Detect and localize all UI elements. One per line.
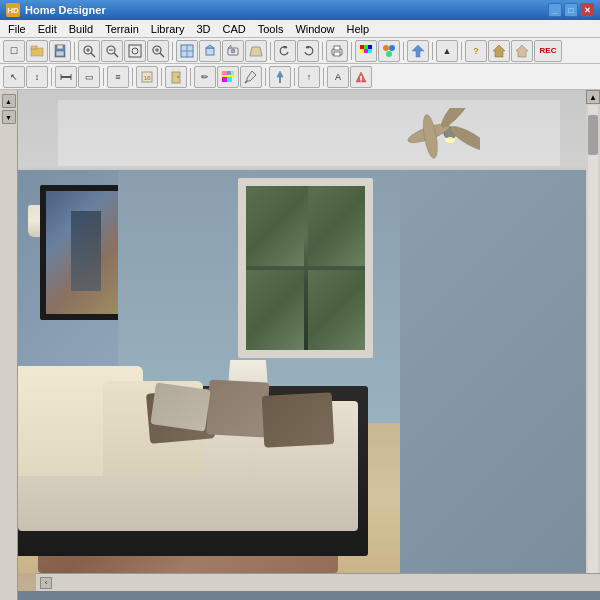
svg-marker-59 (277, 71, 283, 77)
svg-rect-34 (368, 45, 372, 49)
pillow-3 (262, 392, 335, 448)
svg-rect-4 (56, 51, 64, 56)
maximize-button[interactable]: □ (564, 3, 578, 17)
menu-cad[interactable]: CAD (216, 22, 251, 36)
toolbar-2: ↖ ↕ ▭ ≡ 16 ✏ ↑ A (0, 64, 600, 90)
svg-rect-3 (57, 45, 63, 49)
svg-point-39 (389, 45, 395, 51)
svg-rect-53 (231, 71, 234, 75)
svg-marker-41 (412, 45, 424, 57)
minimize-button[interactable]: _ (548, 3, 562, 17)
toolbar2-sep-2 (103, 68, 104, 86)
menu-window[interactable]: Window (289, 22, 340, 36)
camera-view-button[interactable] (222, 40, 244, 62)
menu-terrain[interactable]: Terrain (99, 22, 145, 36)
pointer-tool[interactable]: ↖ (3, 66, 25, 88)
move-tool[interactable]: ↕ (26, 66, 48, 88)
new-button[interactable]: ☐ (3, 40, 25, 62)
pencil-tool[interactable]: ✏ (194, 66, 216, 88)
scroll-up-arrow[interactable]: ▲ (586, 90, 600, 104)
color-tool[interactable] (217, 66, 239, 88)
menu-tools[interactable]: Tools (252, 22, 290, 36)
menu-edit[interactable]: Edit (32, 22, 63, 36)
window-pane-1 (246, 186, 304, 266)
print-button[interactable] (326, 40, 348, 62)
room-scene: ▲ ▼ (18, 90, 600, 591)
svg-rect-56 (227, 77, 232, 82)
material-button[interactable] (378, 40, 400, 62)
scroll-thumb[interactable] (588, 115, 598, 155)
floor-plan-button[interactable] (176, 40, 198, 62)
arrow-tool-button[interactable] (407, 40, 429, 62)
svg-text:16: 16 (144, 75, 151, 81)
left-panel-btn-1[interactable]: ▲ (2, 94, 16, 108)
3d-view-button[interactable] (199, 40, 221, 62)
redo-button[interactable] (297, 40, 319, 62)
svg-point-69 (445, 137, 455, 143)
bed (18, 356, 378, 556)
help-button[interactable]: ? (465, 40, 487, 62)
zoom-fit-button[interactable] (124, 40, 146, 62)
door-tool[interactable] (165, 66, 187, 88)
scroll-track[interactable] (588, 105, 598, 576)
toolbar2-sep-1 (51, 68, 52, 86)
dimension-tool[interactable] (269, 66, 291, 88)
floor-tool[interactable]: 16 (136, 66, 158, 88)
up-arrow-button[interactable]: ▲ (436, 40, 458, 62)
zoom-in-button[interactable] (78, 40, 100, 62)
window-pane-3 (246, 270, 304, 350)
svg-rect-54 (222, 75, 234, 77)
menu-file[interactable]: File (2, 22, 32, 36)
svg-marker-57 (247, 71, 256, 81)
house-button[interactable] (488, 40, 510, 62)
svg-line-10 (114, 53, 118, 57)
viewport-scrollbar[interactable]: ▲ ▼ (586, 90, 600, 591)
toolbar2-sep-8 (323, 68, 324, 86)
menu-library[interactable]: Library (145, 22, 191, 36)
svg-rect-33 (364, 45, 368, 49)
menu-3d[interactable]: 3D (190, 22, 216, 36)
toolbar-sep-5 (351, 42, 352, 60)
walk-btn[interactable] (511, 40, 533, 62)
zoom-out-button[interactable] (101, 40, 123, 62)
arrow-up-tool[interactable]: ↑ (298, 66, 320, 88)
svg-rect-37 (368, 49, 372, 53)
3d-viewport[interactable]: ▲ ▼ ‹ (18, 90, 600, 591)
pillow-4 (150, 382, 210, 431)
menu-build[interactable]: Build (63, 22, 99, 36)
record-button[interactable]: REC (534, 40, 562, 62)
color-picker-button[interactable] (355, 40, 377, 62)
exterior-wall-tool[interactable]: ▭ (78, 66, 100, 88)
menu-help[interactable]: Help (341, 22, 376, 36)
wall-tool[interactable] (55, 66, 77, 88)
save-button[interactable] (49, 40, 71, 62)
svg-marker-26 (250, 47, 262, 56)
app-title: Home Designer (25, 4, 106, 16)
toolbar-sep-6 (403, 42, 404, 60)
delete-tool[interactable] (350, 66, 372, 88)
close-button[interactable]: ✕ (580, 3, 594, 17)
svg-rect-36 (364, 49, 368, 53)
content-area: ▲ ▼ (0, 90, 600, 600)
svg-point-13 (132, 48, 138, 54)
status-left-arrow[interactable]: ‹ (40, 577, 52, 589)
svg-rect-35 (360, 49, 364, 53)
status-bar: ‹ (36, 573, 600, 591)
svg-rect-55 (222, 77, 227, 82)
stair-tool[interactable]: ≡ (107, 66, 129, 88)
svg-rect-60 (279, 77, 281, 83)
svg-point-40 (386, 51, 392, 57)
eyedropper-tool[interactable] (240, 66, 262, 88)
toolbar-sep-4 (322, 42, 323, 60)
toolbar-sep-1 (74, 42, 75, 60)
open-button[interactable] (26, 40, 48, 62)
ceiling-fan (380, 108, 480, 168)
perspective-button[interactable] (245, 40, 267, 62)
text-tool[interactable]: A (327, 66, 349, 88)
undo-button[interactable] (274, 40, 296, 62)
svg-line-15 (160, 53, 164, 57)
left-panel-btn-2[interactable]: ▼ (2, 110, 16, 124)
toolbar2-sep-7 (294, 68, 295, 86)
zoom-extent-button[interactable] (147, 40, 169, 62)
svg-rect-31 (334, 52, 340, 56)
